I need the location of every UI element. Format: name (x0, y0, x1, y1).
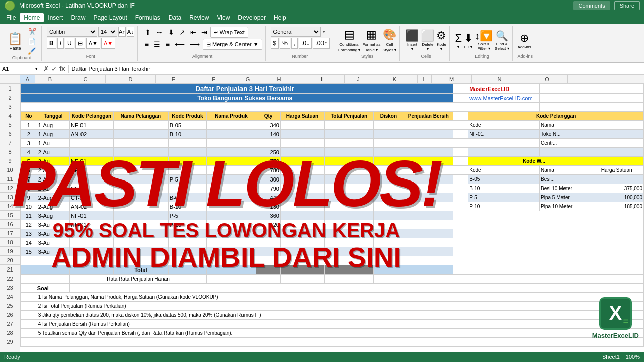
row-num-10[interactable]: 10 (0, 165, 20, 174)
row-num-23[interactable]: 23 (0, 283, 20, 292)
menu-help[interactable]: Help (270, 13, 290, 22)
col-kode-prod[interactable]: Kode Produk (168, 112, 206, 121)
cell-O2[interactable] (600, 94, 643, 103)
menu-insert[interactable]: Insert (44, 13, 67, 22)
table-row[interactable]: 8 2-Au NF-01 790 B-10 (21, 184, 644, 193)
cell-N1[interactable] (540, 84, 600, 94)
col-header-F[interactable]: F (191, 75, 236, 83)
menu-file[interactable]: File (2, 13, 20, 22)
menu-formulas[interactable]: Formulas (131, 13, 165, 22)
kode-pelanggan-header[interactable]: Kode Pelanggan (468, 112, 644, 121)
table-row[interactable]: 1 1-Aug NF-01 B-05 340 Ko (21, 121, 644, 130)
indent-increase-btn[interactable]: ⇥ (199, 27, 209, 38)
menu-developer[interactable]: Developer (234, 13, 270, 22)
percent-btn[interactable]: % (280, 38, 290, 49)
wrap-text-button[interactable]: ↵ Wrap Text (210, 27, 248, 38)
table-row[interactable]: 7 2-Au P-5 300 B-05 (21, 175, 644, 184)
menu-draw[interactable]: Draw (67, 13, 89, 22)
formula-input[interactable] (69, 66, 644, 72)
col-pjl-bersih[interactable]: Penjualan Bersih (404, 112, 453, 121)
row-num-19[interactable]: 19 (0, 247, 20, 256)
sheet-tab[interactable]: Sheet1 (602, 354, 620, 360)
menu-review[interactable]: Review (185, 13, 213, 22)
menu-page-layout[interactable]: Page Layout (89, 13, 131, 22)
row-num-21[interactable]: 21 (0, 265, 20, 274)
row-num-25[interactable]: 25 (0, 301, 20, 310)
col-diskon[interactable]: Diskon (373, 112, 404, 121)
row-num-27[interactable]: 27 (0, 319, 20, 328)
number-format-select[interactable]: General (271, 27, 321, 37)
cut-button[interactable]: ✂️ (26, 27, 38, 36)
format-painter-button[interactable]: 🖌️ (26, 47, 38, 55)
font-size-select[interactable]: 14 (98, 27, 117, 37)
table-row[interactable]: 4 2-Au 250 (21, 148, 644, 157)
col-header-I[interactable]: I (299, 75, 345, 83)
align-top-btn[interactable]: ⬆ (143, 27, 153, 38)
increase-font-btn[interactable]: A↑ (118, 27, 126, 37)
row-num-3[interactable]: 3 (0, 102, 20, 111)
font-family-select[interactable]: Calibri (47, 27, 97, 37)
col-header-E[interactable]: E (156, 75, 191, 83)
fill-button[interactable]: ⬇ Fill ▾ (464, 32, 473, 49)
cell-A1[interactable] (21, 84, 37, 94)
col-header-G[interactable]: G (236, 75, 259, 83)
cell-M1[interactable]: MasterExceLID (468, 84, 540, 94)
row-num-20[interactable]: 20 (0, 256, 20, 265)
menu-home[interactable]: Home (20, 13, 44, 22)
row-num-15[interactable]: 15 (0, 211, 20, 220)
row-num-11[interactable]: 11 (0, 174, 20, 184)
menu-data[interactable]: Data (165, 13, 185, 22)
cell-A2[interactable] (21, 94, 37, 103)
bold-button[interactable]: B (47, 38, 56, 49)
cell-M2[interactable]: www.MasterExceLID.com (468, 94, 540, 103)
decrease-font-btn[interactable]: A↓ (127, 27, 134, 37)
autosum-button[interactable]: Σ ▾ (455, 32, 462, 49)
cell-ref-dropdown[interactable]: ▾ (35, 66, 38, 71)
delete-cells-button[interactable]: ⬜ Delete ▾ (421, 29, 434, 51)
font-color-button[interactable]: A▼ (101, 38, 115, 49)
align-left-btn[interactable]: ≡ (143, 39, 151, 50)
comma-btn[interactable]: , (291, 38, 298, 49)
find-select-button[interactable]: 🔍 Find & Select ▾ (495, 30, 509, 51)
col-qty[interactable]: Qty (256, 112, 280, 121)
format-cells-button[interactable]: ⚙ Kode ▾ (436, 29, 446, 51)
zoom-level[interactable]: 100% (626, 354, 640, 360)
row-num-26[interactable]: 26 (0, 310, 20, 319)
paste-button[interactable]: 📋 Paste (5, 30, 25, 52)
text-direction-btn[interactable]: ↗ (177, 27, 187, 38)
table-row[interactable]: 6 2-Au NF-01 780 Kode (21, 166, 644, 175)
row-num-17[interactable]: 17 (0, 229, 20, 238)
row-num-28[interactable]: 28 (0, 328, 20, 337)
row-num-7[interactable]: 7 (0, 138, 20, 147)
row-num-18[interactable]: 18 (0, 238, 20, 247)
fill-color-button[interactable]: A▼ (86, 38, 100, 49)
table-row[interactable]: Rata Rata Penjualan Harian (21, 275, 644, 284)
col-header-C[interactable]: C (65, 75, 106, 83)
menu-view[interactable]: View (213, 13, 234, 22)
table-row[interactable]: 10 2-Aug AN-02 B-10 130 P (21, 202, 644, 211)
table-row[interactable]: 13 3-Au (21, 229, 644, 238)
comments-button[interactable]: Comments (573, 1, 610, 10)
cell-L1[interactable] (453, 84, 468, 94)
row-num-16[interactable]: 16 (0, 220, 20, 229)
row-num-9[interactable]: 9 (0, 156, 20, 165)
cell-styles-button[interactable]: 🎨 Cell Styles ▾ (382, 28, 396, 52)
col-header-A[interactable]: A (20, 75, 35, 83)
row-num-22[interactable]: 22 (0, 274, 20, 283)
add-ins-button[interactable]: ⊕ Add-ins (518, 32, 531, 49)
indent-decrease-btn[interactable]: ⇤ (188, 27, 198, 38)
cell-N2[interactable] (540, 94, 600, 103)
table-row[interactable]: 12 3-Au NF-01 P-10 120 (21, 220, 644, 229)
table-row[interactable]: 2 1-Aug AN-02 B-10 140 NF (21, 130, 644, 139)
italic-button[interactable]: I (57, 38, 64, 49)
row-num-14[interactable]: 14 (0, 202, 20, 211)
col-harga-sat[interactable]: Harga Satuan (280, 112, 324, 121)
decrease-decimal-btn[interactable]: .0↓ (299, 38, 312, 49)
currency-btn[interactable]: $ (271, 38, 279, 49)
format-as-table-button[interactable]: ▦ Format as Table ▾ (362, 28, 380, 52)
formula-enter-icon[interactable]: ✓ (51, 65, 57, 73)
row-num-2[interactable]: 2 (0, 93, 20, 102)
cell-L2[interactable] (453, 94, 468, 103)
col-header-N[interactable]: N (472, 75, 527, 83)
increase-indent-btn[interactable]: ⟶ (188, 39, 202, 50)
